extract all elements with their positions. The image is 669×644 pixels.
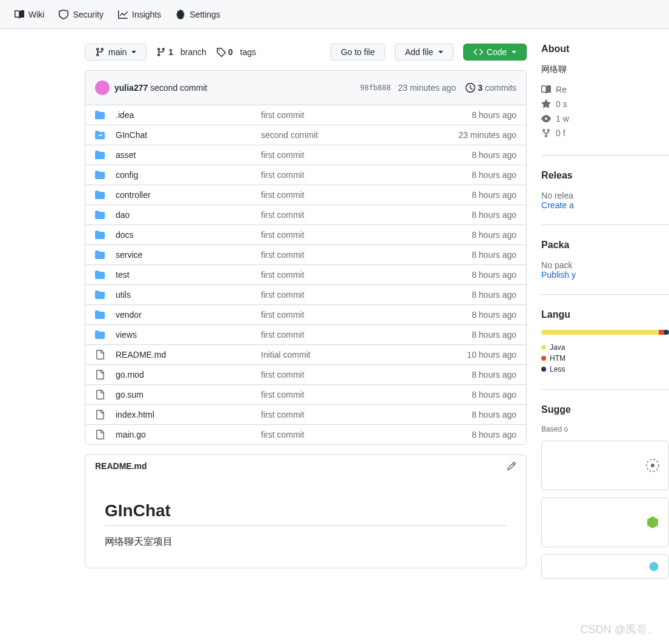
file-age: 8 hours ago <box>432 330 516 340</box>
file-name[interactable]: main.go <box>116 430 261 439</box>
file-commit-msg[interactable]: first commit <box>261 430 432 439</box>
commit-author[interactable]: yulia277 <box>114 83 148 93</box>
color-dot <box>541 356 546 361</box>
create-release-link[interactable]: Create a <box>541 200 574 210</box>
file-age: 8 hours ago <box>432 150 516 160</box>
file-name[interactable]: vendor <box>116 310 261 320</box>
file-icon <box>95 370 107 380</box>
releases-empty: No relea <box>541 191 669 200</box>
file-commit-msg[interactable]: first commit <box>261 110 432 120</box>
commit-history-link[interactable]: 3 commits <box>466 83 516 93</box>
file-age: 8 hours ago <box>432 410 516 419</box>
file-commit-msg[interactable]: first commit <box>261 290 432 300</box>
file-age: 8 hours ago <box>432 250 516 260</box>
file-name[interactable]: go.mod <box>116 370 261 380</box>
language-bar <box>541 330 669 335</box>
branch-selector[interactable]: main <box>85 44 147 61</box>
branches-link[interactable]: 1 branch <box>156 47 206 57</box>
repo-nav: WikiSecurityInsightsSettings <box>0 0 669 29</box>
file-name[interactable]: GInChat <box>116 130 261 140</box>
add-file-button[interactable]: Add file <box>395 44 453 61</box>
file-name[interactable]: .idea <box>116 110 261 120</box>
book-icon <box>541 85 551 94</box>
nav-insights[interactable]: Insights <box>113 5 166 24</box>
dir-icon <box>95 190 107 200</box>
pencil-icon <box>507 461 516 471</box>
file-name[interactable]: README.md <box>116 350 261 360</box>
file-age: 8 hours ago <box>432 310 516 320</box>
about-item[interactable]: 0 s <box>541 97 669 111</box>
file-age: 8 hours ago <box>432 290 516 300</box>
caret-down-icon <box>512 51 516 53</box>
file-name[interactable]: views <box>116 330 261 340</box>
submodule-icon <box>95 130 107 140</box>
suggested-workflow-card[interactable] <box>541 554 669 579</box>
language-item[interactable]: Java <box>541 342 669 353</box>
file-row: GInChat second commit 23 minutes ago <box>85 125 526 145</box>
file-name[interactable]: test <box>116 270 261 280</box>
file-age: 8 hours ago <box>432 390 516 399</box>
goto-file-button[interactable]: Go to file <box>331 44 385 61</box>
file-commit-msg[interactable]: first commit <box>261 190 432 200</box>
file-name[interactable]: config <box>116 170 261 180</box>
suggested-workflow-card[interactable] <box>541 498 669 547</box>
nav-security[interactable]: Security <box>54 5 108 24</box>
about-item[interactable]: Re <box>541 82 669 97</box>
go-icon <box>648 560 660 573</box>
file-name[interactable]: service <box>116 250 261 260</box>
file-commit-msg[interactable]: second commit <box>261 130 432 140</box>
history-icon <box>466 83 475 93</box>
file-commit-msg[interactable]: first commit <box>261 370 432 380</box>
language-item[interactable]: HTM <box>541 353 669 364</box>
file-name[interactable]: asset <box>116 150 261 160</box>
file-commit-msg[interactable]: first commit <box>261 210 432 220</box>
packages-empty: No pack <box>541 260 669 270</box>
file-commit-msg[interactable]: first commit <box>261 390 432 399</box>
nav-settings[interactable]: Settings <box>171 5 225 24</box>
svg-point-2 <box>650 562 659 571</box>
file-row: controller first commit 8 hours ago <box>85 185 526 205</box>
file-icon <box>95 390 107 399</box>
file-commit-msg[interactable]: first commit <box>261 310 432 320</box>
file-row: test first commit 8 hours ago <box>85 265 526 285</box>
edit-readme-button[interactable] <box>507 461 516 471</box>
caret-down-icon <box>438 51 443 53</box>
dir-icon <box>95 310 107 320</box>
file-name[interactable]: dao <box>116 210 261 220</box>
file-age: 23 minutes ago <box>432 130 516 140</box>
commit-message[interactable]: second commit <box>150 83 207 93</box>
code-button[interactable]: Code <box>463 44 527 61</box>
dir-icon <box>95 250 107 260</box>
file-icon <box>95 430 107 439</box>
file-commit-msg[interactable]: first commit <box>261 410 432 419</box>
color-dot <box>541 367 546 372</box>
node-icon <box>645 515 660 530</box>
file-commit-msg[interactable]: first commit <box>261 150 432 160</box>
avatar[interactable] <box>95 80 110 95</box>
file-commit-msg[interactable]: Initial commit <box>261 350 432 360</box>
file-row: go.mod first commit 8 hours ago <box>85 365 526 385</box>
file-age: 8 hours ago <box>432 170 516 180</box>
file-name[interactable]: docs <box>116 230 261 240</box>
file-name[interactable]: go.sum <box>116 390 261 399</box>
file-commit-msg[interactable]: first commit <box>261 270 432 280</box>
publish-package-link[interactable]: Publish y <box>541 270 576 280</box>
commit-sha[interactable]: 98fb888 <box>360 84 391 92</box>
file-commit-msg[interactable]: first commit <box>261 330 432 340</box>
file-row: views first commit 8 hours ago <box>85 325 526 345</box>
about-item[interactable]: 0 f <box>541 126 669 140</box>
file-commit-msg[interactable]: first commit <box>261 250 432 260</box>
file-name[interactable]: utils <box>116 290 261 300</box>
nav-wiki[interactable]: Wiki <box>10 5 49 24</box>
about-item[interactable]: 1 w <box>541 111 669 126</box>
file-commit-msg[interactable]: first commit <box>261 170 432 180</box>
language-item[interactable]: Less <box>541 364 669 375</box>
readme-filename[interactable]: README.md <box>95 461 147 471</box>
sidebar: About 网络聊 Re0 s1 w0 f Releas No relea Cr… <box>541 44 669 579</box>
file-commit-msg[interactable]: first commit <box>261 230 432 240</box>
suggested-workflow-card[interactable] <box>541 441 669 490</box>
fork-icon <box>541 128 551 138</box>
file-name[interactable]: index.html <box>116 410 261 419</box>
file-name[interactable]: controller <box>116 190 261 200</box>
tags-link[interactable]: 0 tags <box>216 47 256 57</box>
